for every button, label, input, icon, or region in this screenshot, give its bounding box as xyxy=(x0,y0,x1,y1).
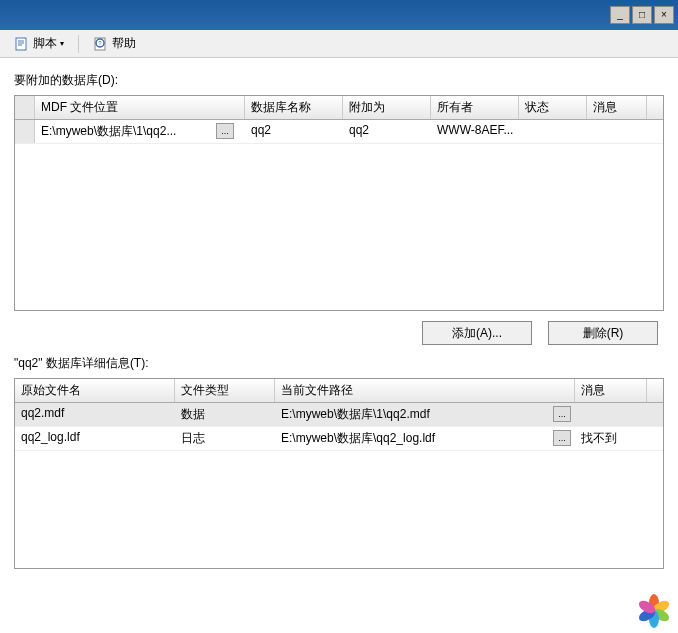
attach-grid-body: E:\myweb\数据库\1\qq2... ... qq2 qq2 WWW-8A… xyxy=(15,120,663,310)
script-label: 脚本 xyxy=(33,35,57,52)
browse-button[interactable]: ... xyxy=(553,430,571,446)
col-mdf-location[interactable]: MDF 文件位置 xyxy=(35,96,245,119)
cell-filetype: 数据 xyxy=(175,403,275,426)
content-area: 要附加的数据库(D): MDF 文件位置 数据库名称 附加为 所有者 状态 消息… xyxy=(0,58,678,583)
cell-filepath[interactable]: E:\myweb\数据库\1\qq2.mdf xyxy=(275,403,547,426)
dropdown-icon: ▾ xyxy=(60,39,64,48)
browse-button[interactable]: ... xyxy=(216,123,234,139)
toolbar: 脚本 ▾ ? 帮助 xyxy=(0,30,678,58)
maximize-button[interactable]: □ xyxy=(632,6,652,24)
table-row[interactable]: E:\myweb\数据库\1\qq2... ... qq2 qq2 WWW-8A… xyxy=(15,120,663,144)
row-marker-header xyxy=(15,96,35,119)
table-row[interactable]: qq2.mdf 数据 E:\myweb\数据库\1\qq2.mdf ... xyxy=(15,403,663,427)
details-grid[interactable]: 原始文件名 文件类型 当前文件路径 消息 qq2.mdf 数据 E:\myweb… xyxy=(14,378,664,569)
cell-filetype: 日志 xyxy=(175,427,275,450)
toolbar-separator xyxy=(78,35,79,53)
help-icon: ? xyxy=(93,36,109,52)
cell-filepath[interactable]: E:\myweb\数据库\qq2_log.ldf xyxy=(275,427,547,450)
script-button[interactable]: 脚本 ▾ xyxy=(8,33,70,54)
details-grid-header: 原始文件名 文件类型 当前文件路径 消息 xyxy=(15,379,663,403)
details-grid-body: qq2.mdf 数据 E:\myweb\数据库\1\qq2.mdf ... qq… xyxy=(15,403,663,568)
add-button[interactable]: 添加(A)... xyxy=(422,321,532,345)
attach-section-label: 要附加的数据库(D): xyxy=(14,72,664,89)
cell-detail-message xyxy=(575,403,647,426)
browse-button[interactable]: ... xyxy=(553,406,571,422)
details-section-label: "qq2" 数据库详细信息(T): xyxy=(14,355,664,372)
col-db-name[interactable]: 数据库名称 xyxy=(245,96,343,119)
cell-message xyxy=(587,120,647,143)
col-owner[interactable]: 所有者 xyxy=(431,96,519,119)
svg-rect-0 xyxy=(16,38,26,50)
attach-grid-header: MDF 文件位置 数据库名称 附加为 所有者 状态 消息 xyxy=(15,96,663,120)
col-message[interactable]: 消息 xyxy=(587,96,647,119)
cell-browse: ... xyxy=(205,120,245,143)
help-button[interactable]: ? 帮助 xyxy=(87,33,142,54)
script-icon xyxy=(14,36,30,52)
col-file-type[interactable]: 文件类型 xyxy=(175,379,275,402)
row-marker xyxy=(15,120,35,143)
cell-browse: ... xyxy=(547,427,575,450)
cell-owner[interactable]: WWW-8AEF... xyxy=(431,120,519,143)
minimize-button[interactable]: _ xyxy=(610,6,630,24)
attach-grid[interactable]: MDF 文件位置 数据库名称 附加为 所有者 状态 消息 E:\myweb\数据… xyxy=(14,95,664,311)
titlebar: _ □ × xyxy=(0,0,678,30)
table-row[interactable]: qq2_log.ldf 日志 E:\myweb\数据库\qq2_log.ldf … xyxy=(15,427,663,451)
attach-button-row: 添加(A)... 删除(R) xyxy=(14,321,664,345)
col-file-path[interactable]: 当前文件路径 xyxy=(275,379,575,402)
cell-filename[interactable]: qq2_log.ldf xyxy=(15,427,175,450)
col-status[interactable]: 状态 xyxy=(519,96,587,119)
cell-filename[interactable]: qq2.mdf xyxy=(15,403,175,426)
col-detail-message[interactable]: 消息 xyxy=(575,379,647,402)
cell-detail-message: 找不到 xyxy=(575,427,647,450)
cell-attachas[interactable]: qq2 xyxy=(343,120,431,143)
watermark-icon xyxy=(636,593,672,629)
remove-button[interactable]: 删除(R) xyxy=(548,321,658,345)
cell-path[interactable]: E:\myweb\数据库\1\qq2... xyxy=(35,120,205,143)
col-attach-as[interactable]: 附加为 xyxy=(343,96,431,119)
cell-status xyxy=(519,120,587,143)
close-button[interactable]: × xyxy=(654,6,674,24)
window-controls: _ □ × xyxy=(610,6,674,24)
cell-dbname[interactable]: qq2 xyxy=(245,120,343,143)
help-label: 帮助 xyxy=(112,35,136,52)
cell-browse: ... xyxy=(547,403,575,426)
col-orig-filename[interactable]: 原始文件名 xyxy=(15,379,175,402)
